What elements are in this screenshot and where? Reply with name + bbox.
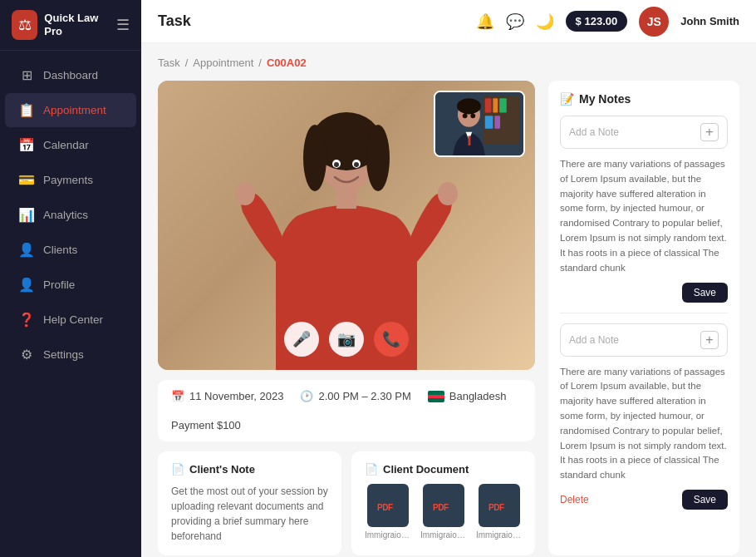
svg-text:PDF: PDF: [377, 503, 393, 512]
svg-point-9: [334, 162, 339, 167]
pdf-item-1[interactable]: PDF Immigraiotn...: [365, 484, 410, 540]
user-name: John Smith: [680, 15, 739, 27]
main-content: Task 🔔 💬 🌙 $ 123.00 JS John Smith Task /…: [141, 0, 756, 557]
balance-badge: $ 123.00: [566, 11, 628, 32]
help-icon: ❓: [18, 312, 35, 328]
video-area: 🎤 📷 📞: [158, 81, 535, 370]
svg-point-5: [235, 182, 255, 205]
svg-rect-4: [336, 185, 356, 209]
note-add-plus-2[interactable]: +: [700, 331, 719, 349]
sidebar-label-payments: Payments: [43, 174, 93, 186]
sidebar-label-appointment: Appointment: [43, 104, 106, 116]
svg-point-21: [463, 113, 468, 118]
svg-point-10: [354, 162, 359, 167]
sidebar-item-analytics[interactable]: 📊 Analytics: [5, 198, 136, 232]
svg-point-3: [366, 125, 390, 191]
avatar: JS: [639, 7, 669, 37]
sidebar-logo: ⚖ Quick Law Pro ☰: [0, 0, 141, 51]
breadcrumb: Task / Appointment / C00A02: [158, 57, 739, 69]
sidebar-item-appointment[interactable]: 📋 Appointment: [5, 93, 136, 127]
balance-amount: $ 123.00: [576, 15, 618, 27]
svg-rect-14: [493, 98, 498, 112]
note-save-row-1: Save: [560, 283, 728, 303]
right-column: 📝 My Notes Add a Note + There are many v…: [548, 81, 739, 555]
notes-icon: 📝: [560, 92, 574, 106]
calendar-small-icon: 📅: [171, 390, 184, 402]
breadcrumb-appointment: Appointment: [193, 57, 253, 69]
pdf-icon-2: PDF: [423, 484, 464, 527]
breadcrumb-sep1: /: [185, 57, 189, 69]
note-add-row-2[interactable]: Add a Note +: [560, 323, 728, 357]
sidebar-label-calendar: Calendar: [43, 139, 89, 151]
note-add-label-1: Add a Note: [569, 126, 619, 138]
note-save-button-2[interactable]: Save: [682, 490, 728, 510]
pdf-name-1: Immigraiotn...: [365, 530, 410, 540]
sidebar-item-payments[interactable]: 💳 Payments: [5, 163, 136, 197]
client-note-icon: 📄: [171, 463, 184, 476]
page-title: Task: [158, 12, 476, 30]
client-note-title: 📄 Client's Note: [171, 463, 328, 476]
sidebar-item-help-center[interactable]: ❓ Help Center: [5, 303, 136, 337]
client-document-title: 📄 Client Document: [365, 463, 522, 476]
appt-date: 11 November, 2023: [189, 390, 283, 402]
note-add-plus-1[interactable]: +: [700, 123, 719, 141]
svg-point-6: [438, 182, 458, 205]
svg-rect-17: [494, 116, 500, 128]
clients-icon: 👤: [18, 242, 35, 258]
note-add-row-1[interactable]: Add a Note +: [560, 116, 728, 149]
video-controls: 🎤 📷 📞: [284, 322, 409, 357]
settings-icon: ⚙: [18, 347, 35, 362]
pdf-files-list: PDF Immigraiotn... PDF Immigraiotn...: [365, 484, 522, 540]
svg-rect-20: [469, 136, 471, 145]
note-delete-button[interactable]: Delete: [560, 494, 589, 505]
appt-time-item: 🕑 2.00 PM – 2.30 PM: [300, 390, 410, 402]
note-text-2: There are many variations of passages of…: [560, 365, 728, 484]
pdf-name-2: Immigraiotn...: [420, 530, 466, 540]
end-call-button[interactable]: 📞: [374, 322, 409, 357]
appt-date-item: 📅 11 November, 2023: [171, 390, 283, 402]
bell-icon[interactable]: 🔔: [476, 12, 494, 31]
sidebar-label-dashboard: Dashboard: [43, 69, 98, 81]
svg-point-19: [457, 98, 481, 114]
svg-rect-13: [485, 98, 492, 112]
logo-text: Quick Law Pro: [44, 12, 110, 37]
note-text-1: There are many variations of passages of…: [560, 157, 728, 276]
pdf-item-2[interactable]: PDF Immigraiotn...: [420, 484, 466, 540]
svg-text:PDF: PDF: [488, 503, 504, 512]
sidebar-label-profile: Profile: [43, 278, 75, 291]
sidebar-label-help-center: Help Center: [43, 313, 103, 326]
sidebar-item-profile[interactable]: 👤 Profile: [5, 268, 136, 302]
appt-payment-item: Payment $100: [171, 419, 241, 431]
sidebar-item-dashboard[interactable]: ⊞ Dashboard: [5, 58, 136, 92]
flag-icon: [428, 391, 444, 402]
sidebar-item-settings[interactable]: ⚙ Settings: [5, 338, 136, 372]
analytics-icon: 📊: [18, 207, 35, 223]
svg-point-2: [303, 125, 326, 191]
sidebar-label-settings: Settings: [43, 348, 84, 361]
svg-rect-16: [485, 116, 493, 128]
note-divider: [560, 313, 728, 313]
video-pip: [434, 91, 525, 157]
note-add-label-2: Add a Note: [569, 334, 619, 346]
cam-button[interactable]: 📷: [329, 322, 364, 357]
mic-button[interactable]: 🎤: [284, 322, 319, 357]
svg-text:PDF: PDF: [433, 503, 449, 512]
appt-country: Bangladesh: [449, 390, 507, 402]
svg-point-22: [470, 113, 475, 118]
appointment-info: 📅 11 November, 2023 🕑 2.00 PM – 2.30 PM …: [158, 380, 535, 441]
payments-icon: 💳: [18, 172, 35, 188]
appt-time: 2.00 PM – 2.30 PM: [318, 390, 410, 402]
header-actions: 🔔 💬 🌙 $ 123.00 JS John Smith: [476, 7, 739, 37]
sidebar-item-calendar[interactable]: 📅 Calendar: [5, 128, 136, 162]
hamburger-icon[interactable]: ☰: [116, 16, 130, 34]
clock-icon: 🕑: [300, 390, 313, 402]
note-save-button-1[interactable]: Save: [682, 283, 728, 303]
sidebar: ⚖ Quick Law Pro ☰ ⊞ Dashboard 📋 Appointm…: [0, 0, 141, 557]
document-icon: 📄: [365, 463, 378, 476]
moon-icon[interactable]: 🌙: [536, 12, 554, 31]
pip-person-figure: [435, 91, 523, 157]
sidebar-label-clients: Clients: [43, 244, 77, 256]
pdf-item-3[interactable]: PDF Immigraiotn...: [476, 484, 522, 540]
chat-icon[interactable]: 💬: [506, 12, 524, 31]
sidebar-item-clients[interactable]: 👤 Clients: [5, 233, 136, 267]
